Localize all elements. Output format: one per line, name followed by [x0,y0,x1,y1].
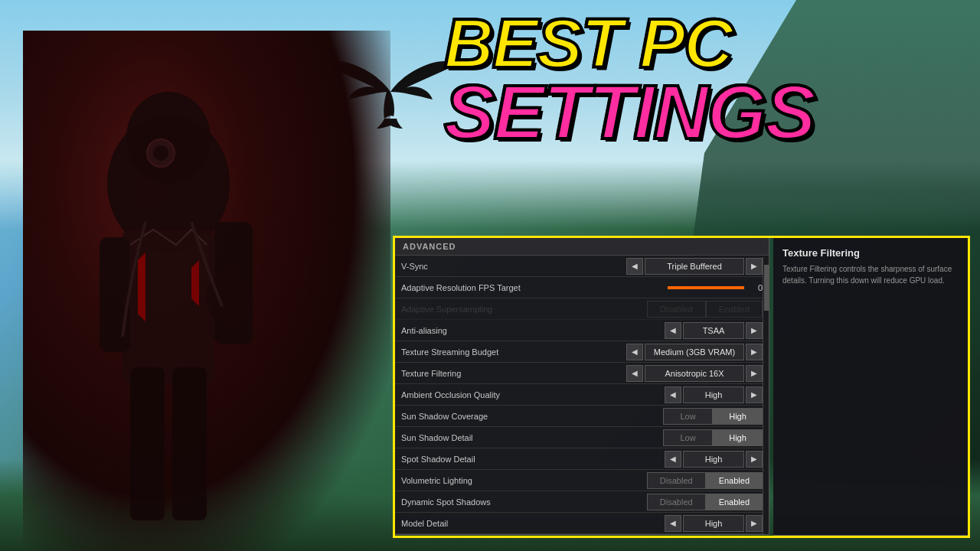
scrollbar-thumb[interactable] [764,265,769,311]
adaptive-ss-disabled-btn: Disabled [647,301,706,318]
sun-shadow-detail-control: Low High [663,429,763,446]
texture-budget-next-btn[interactable]: ▶ [746,344,763,360]
adaptive-ss-row: Adaptive Supersampling Disabled Enabled [395,298,769,320]
vsync-value: Triple Buffered [645,258,744,275]
vsync-label: V-Sync [401,259,626,274]
ambient-occlusion-prev-btn[interactable]: ◀ [665,386,681,403]
dynamic-spot-shadows-row: Dynamic Spot Shadows Disabled Enabled [395,491,769,513]
antialiasing-prev-btn[interactable]: ◀ [665,322,681,339]
svg-rect-10 [218,268,241,314]
spot-shadow-detail-prev-btn[interactable]: ◀ [665,451,681,468]
settings-panel: ADVANCED V-Sync ◀ Triple Buffered ▶ Adap… [394,237,769,535]
dynamic-spot-shadows-label: Dynamic Spot Shadows [401,494,647,510]
texture-budget-label: Texture Streaming Budget [401,344,626,360]
model-detail-control: ◀ High ▶ [665,515,763,532]
vsync-next-btn[interactable]: ▶ [746,258,763,275]
volumetric-lighting-enabled-btn[interactable]: Enabled [706,472,763,489]
texture-filtering-label: Texture Filtering [401,366,626,381]
ambient-occlusion-next-btn[interactable]: ▶ [746,386,763,403]
sun-shadow-detail-row: Sun Shadow Detail Low High [395,427,769,448]
sun-shadow-detail-toggle: Low High [663,429,763,446]
sun-shadow-detail-label: Sun Shadow Detail [401,430,663,445]
spot-shadow-detail-label: Spot Shadow Detail [401,452,665,467]
antialiasing-control: ◀ TSAA ▶ [665,322,763,339]
svg-point-6 [126,92,211,184]
texture-filtering-prev-btn[interactable]: ◀ [626,365,643,382]
texture-budget-value: Medium (3GB VRAM) [645,344,744,360]
antialiasing-row: Anti-aliasing ◀ TSAA ▶ [395,320,769,341]
info-title: Texture Filtering [782,247,959,259]
sun-shadow-detail-high-btn[interactable]: High [713,429,763,446]
dynamic-spot-shadows-toggle: Disabled Enabled [647,494,763,510]
spot-shadow-detail-control: ◀ High ▶ [665,451,763,468]
panel-header: ADVANCED [395,238,769,256]
svg-rect-2 [100,237,130,352]
ambient-occlusion-label: Ambient Occlusion Quality [401,387,665,403]
vsync-control: ◀ Triple Buffered ▶ [626,258,763,275]
adaptive-ss-enabled-btn: Enabled [706,301,763,318]
adaptive-ss-toggle: Disabled Enabled [647,301,763,318]
texture-filtering-row: Texture Filtering ◀ Anisotropic 16X ▶ [395,363,769,384]
dynamic-spot-shadows-disabled-btn[interactable]: Disabled [647,494,706,510]
model-detail-value: High [683,515,744,532]
texture-budget-row: Texture Streaming Budget ◀ Medium (3GB V… [395,341,769,363]
vsync-row: V-Sync ◀ Triple Buffered ▶ [395,256,769,277]
sun-shadow-coverage-control: Low High [663,408,763,425]
scrollbar[interactable] [763,257,769,534]
texture-filtering-value: Anisotropic 16X [645,365,744,382]
adaptive-res-row: Adaptive Resolution FPS Target 0 [395,277,769,298]
info-desc: Texture Filtering controls the sharpness… [782,263,959,286]
texture-budget-control: ◀ Medium (3GB VRAM) ▶ [626,344,763,360]
title-area: BEST PC SETTINGS [444,11,815,146]
slider-bar [668,286,744,289]
texture-filtering-next-btn[interactable]: ▶ [746,365,763,382]
sun-shadow-coverage-label: Sun Shadow Coverage [401,409,663,424]
volumetric-lighting-disabled-btn[interactable]: Disabled [647,472,706,489]
dynamic-spot-shadows-control: Disabled Enabled [647,494,763,510]
svg-rect-5 [172,367,207,520]
sun-shadow-coverage-toggle: Low High [663,408,763,425]
volumetric-lighting-toggle: Disabled Enabled [647,472,763,489]
sun-shadow-detail-low-btn[interactable]: Low [663,429,713,446]
model-detail-next-btn[interactable]: ▶ [746,515,763,532]
volumetric-lighting-control: Disabled Enabled [647,472,763,489]
spot-shadow-detail-next-btn[interactable]: ▶ [746,451,763,468]
volumetric-lighting-label: Volumetric Lighting [401,473,647,488]
volumetric-lighting-row: Volumetric Lighting Disabled Enabled [395,470,769,491]
dynamic-spot-shadows-enabled-btn[interactable]: Enabled [706,494,763,510]
sun-shadow-coverage-low-btn[interactable]: Low [663,408,713,425]
adaptive-ss-control: Disabled Enabled [647,301,763,318]
adaptive-res-label: Adaptive Resolution FPS Target [401,280,668,295]
svg-point-8 [153,145,168,161]
ambient-occlusion-value: High [683,386,744,403]
texture-filtering-control: ◀ Anisotropic 16X ▶ [626,365,763,382]
texture-budget-prev-btn[interactable]: ◀ [626,344,643,360]
ambient-occlusion-control: ◀ High ▶ [665,386,763,403]
adaptive-res-value: 0 [747,283,763,292]
antialiasing-label: Anti-aliasing [401,323,665,338]
antialiasing-value: TSAA [683,322,744,339]
sun-shadow-coverage-high-btn[interactable]: High [713,408,763,425]
ambient-occlusion-row: Ambient Occlusion Quality ◀ High ▶ [395,384,769,406]
model-detail-row: Model Detail ◀ High ▶ [395,513,769,534]
svg-rect-4 [130,367,165,520]
spot-shadow-detail-row: Spot Shadow Detail ◀ High ▶ [395,448,769,470]
title-line2: SETTINGS [444,77,815,146]
info-panel: Texture Filtering Texture Filtering cont… [773,237,969,536]
antialiasing-next-btn[interactable]: ▶ [746,322,763,339]
model-detail-label: Model Detail [401,516,665,531]
spot-shadow-detail-value: High [683,451,744,468]
vsync-prev-btn[interactable]: ◀ [626,258,643,275]
sun-shadow-coverage-row: Sun Shadow Coverage Low High [395,406,769,427]
adaptive-ss-label: Adaptive Supersampling [401,302,647,317]
character-silhouette [23,31,390,551]
adaptive-res-slider[interactable]: 0 [668,283,763,292]
title-line1: BEST PC [444,11,815,77]
adaptive-res-control: 0 [668,283,763,292]
model-detail-prev-btn[interactable]: ◀ [665,515,681,532]
